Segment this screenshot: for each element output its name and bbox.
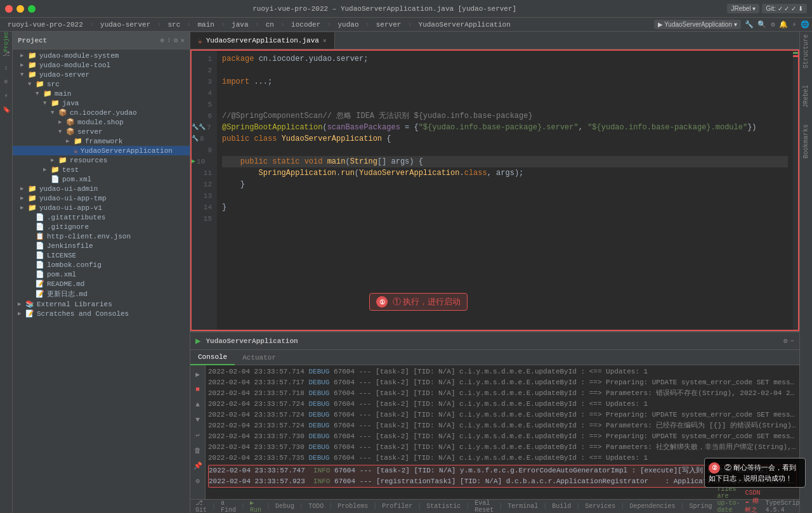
tree-item-src[interactable]: ▼ 📁 src <box>13 79 190 89</box>
breadcrumb-module[interactable]: yudao-server <box>95 20 155 30</box>
debug-status[interactable]: Debug <box>275 503 294 510</box>
console-down-icon[interactable]: ▼ <box>192 413 204 426</box>
dependencies-status[interactable]: Dependencies <box>629 503 675 510</box>
tree-item-resources[interactable]: ▶ 📁 resources <box>13 155 190 165</box>
git-status[interactable]: ⎇ Git <box>195 499 207 513</box>
code-line-11: SpringApplication.run(YudaoServerApplica… <box>222 167 788 179</box>
tree-item-module-tool[interactable]: ▶ 📁 yudao-module-tool <box>13 60 190 70</box>
terminal-status[interactable]: Terminal <box>508 503 538 510</box>
eval-reset-status[interactable]: Eval Reset <box>475 500 494 514</box>
maximize-button[interactable] <box>28 5 36 13</box>
tree-item-gitattributes[interactable]: 📄 .gitattributes <box>13 212 190 222</box>
tree-item-java[interactable]: ▼ 📁 java <box>13 98 190 108</box>
sidebar-tab-project[interactable]: Project <box>1 34 12 46</box>
sidebar-tab-rebel[interactable]: ⚡ <box>1 90 12 101</box>
traffic-lights <box>5 5 36 13</box>
breadcrumb-file[interactable]: YudaoServerApplication <box>414 20 516 30</box>
code-line-9 <box>222 145 788 156</box>
tree-item-module-shop[interactable]: ▶ 📦 module.shop <box>13 117 190 127</box>
tree-item-jenkinsfile[interactable]: 📄 Jenkinsfile <box>13 241 190 250</box>
breadcrumb-java[interactable]: java <box>226 20 253 30</box>
code-line-15 <box>222 213 788 224</box>
tree-item-module-system[interactable]: ▶ 📁 yudao-module-system <box>13 51 190 60</box>
breadcrumb-iocoder[interactable]: iocoder <box>286 20 325 30</box>
code-editor[interactable]: 12345 6 🔧🔧7 🔧8 9 ▶10 1112131415 package … <box>190 49 799 331</box>
console-play-icon[interactable]: ▶ <box>192 368 204 380</box>
tab-actuator[interactable]: Actuator <box>235 350 284 365</box>
console-settings-icon[interactable]: ⚙ <box>192 474 204 487</box>
code-line-1: package cn.iocoder.yudao.server; <box>222 53 788 65</box>
run-status[interactable]: ▶ Run <box>250 499 261 513</box>
console-pin-icon[interactable]: 📌 <box>192 459 204 472</box>
log-line-7: 2022-02-04 23:33:57.730 DEBUG 67604 --- … <box>208 431 797 442</box>
panel-options-icon[interactable]: – <box>790 337 794 345</box>
statistic-status[interactable]: Statistic <box>426 503 461 510</box>
sidebar-tab-bookmarks[interactable]: 🔖 <box>1 104 12 115</box>
find-status[interactable]: a Find <box>221 500 236 514</box>
tree-item-cn-iocoder[interactable]: ▼ 📦 cn.iocoder.yudao <box>13 108 190 117</box>
git-btn[interactable]: Git: ✓ ✓ ✓ ⬇ <box>762 4 807 13</box>
breadcrumb-cn[interactable]: cn <box>261 20 279 30</box>
jrebel-btn[interactable]: JRebel ▾ <box>727 4 759 13</box>
tab-console[interactable]: Console <box>190 350 235 365</box>
breadcrumb-main[interactable]: main <box>192 20 219 30</box>
sidebar-tab-requests[interactable]: ↕ <box>1 62 12 74</box>
breadcrumb-server[interactable]: server <box>371 20 407 30</box>
tree-item-main[interactable]: ▼ 📁 main <box>13 89 190 98</box>
panel-settings-icon[interactable]: ⚙ <box>174 36 178 44</box>
tree-item-gitignore[interactable]: 📄 .gitignore <box>13 222 190 231</box>
close-button[interactable] <box>5 5 13 13</box>
services-status[interactable]: Services <box>585 503 615 510</box>
status-bar: ⎇ Git | a Find | ▶ Run | Debug | TODO | … <box>190 499 799 513</box>
csdn-badge: CSDN ☁ 椰树之火 <box>745 490 760 513</box>
tree-item-ui-app-tmp[interactable]: ▶ 📁 yudao-ui-app-tmp <box>13 193 190 203</box>
panel-locate-icon[interactable]: ⊕ <box>160 36 165 44</box>
run-config-btn[interactable]: ▶ YudaoServerApplication ▾ <box>654 20 741 29</box>
console-stop-icon[interactable]: ■ <box>192 383 204 396</box>
tree-item-framework[interactable]: ▶ 📁 framework <box>13 136 190 146</box>
main-area: Project ⎇ ↕ ≡ ⚡ 🔖 Project ⊕ ↕ ⚙ ✕ ▶ 📁 yu… <box>0 32 812 513</box>
tree-item-ui-admin[interactable]: ▶ 📁 yudao-ui-admin <box>13 184 190 193</box>
tree-item-readme[interactable]: 📝 README.md <box>13 279 190 289</box>
profiler-status[interactable]: Profiler <box>382 503 412 510</box>
tree-item-lombok[interactable]: 📄 lombok.config <box>13 260 190 269</box>
build-status[interactable]: Build <box>552 503 571 510</box>
rebel-right-tab[interactable]: JRebel <box>802 85 809 108</box>
log-line-6: 2022-02-04 23:33:57.724 DEBUG 67604 --- … <box>208 420 797 431</box>
console-wrap-icon[interactable]: ↩ <box>192 429 204 441</box>
tab-YudaoServerApplication[interactable]: ☕ YudaoServerApplication.java ✕ <box>190 32 335 49</box>
minimize-button[interactable] <box>16 5 24 13</box>
panel-close-icon[interactable]: ✕ <box>180 36 185 44</box>
console-up-icon[interactable]: ▲ <box>192 398 204 411</box>
log-line-3: 2022-02-04 23:33:57.718 DEBUG 67604 --- … <box>208 388 797 399</box>
breadcrumb-yudao[interactable]: yudao <box>333 20 364 30</box>
tree-item-test[interactable]: ▶ 📁 test <box>13 165 190 174</box>
tree-item-license[interactable]: 📄 LICENSE <box>13 250 190 260</box>
tree-item-scratches[interactable]: ▶ 📝 Scratches and Consoles <box>13 309 190 318</box>
tree-item-external-libs[interactable]: ▶ 📚 External Libraries <box>13 299 190 309</box>
sidebar-tab-structure[interactable]: ≡ <box>1 76 12 88</box>
spring-status[interactable]: Spring <box>689 503 712 510</box>
tree-item-YudaoServerApplication[interactable]: ☕ YudaoServerApplication <box>13 146 190 155</box>
tab-bar: ☕ YudaoServerApplication.java ✕ <box>190 32 799 49</box>
tree-item-yudao-server[interactable]: ▼ 📁 yudao-server <box>13 70 190 79</box>
settings-icon[interactable]: ⚙ <box>783 337 788 345</box>
tree-item-ui-app-v1[interactable]: ▶ 📁 yudao-ui-app-v1 <box>13 203 190 212</box>
code-content[interactable]: package cn.iocoder.yudao.server; import … <box>217 51 793 330</box>
tree-item-server-pkg[interactable]: ▼ 📦 server <box>13 127 190 136</box>
tree-item-pom-root[interactable]: 📄 pom.xml <box>13 269 190 279</box>
console-clear-icon[interactable]: 🗑 <box>192 444 204 457</box>
todo-status[interactable]: TODO <box>308 503 324 510</box>
code-line-10: public static void main(String[] args) { <box>222 156 788 167</box>
problems-status[interactable]: Problems <box>337 503 368 510</box>
tab-close-icon[interactable]: ✕ <box>323 37 327 44</box>
panel-expand-icon[interactable]: ↕ <box>167 36 171 44</box>
bookmarks-right-tab[interactable]: Bookmarks <box>802 124 809 159</box>
tree-item-changelog[interactable]: 📝 更新日志.md <box>13 289 190 299</box>
titlebar-actions: JRebel ▾ Git: ✓ ✓ ✓ ⬇ <box>727 4 807 13</box>
tree-item-pom-server[interactable]: 📄 pom.xml <box>13 174 190 184</box>
breadcrumb-src[interactable]: src <box>162 20 185 30</box>
structure-tab[interactable]: Structure <box>802 34 809 68</box>
breadcrumb-project[interactable]: ruoyi-vue-pro-2022 <box>3 20 88 30</box>
tree-item-http-env[interactable]: 📋 http-client.env.json <box>13 231 190 241</box>
